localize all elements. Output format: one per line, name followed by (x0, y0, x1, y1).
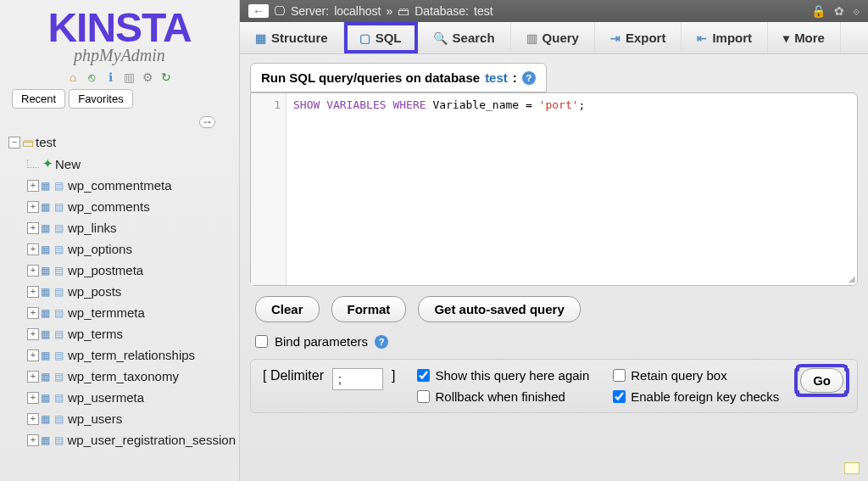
search-icon: 🔍 (433, 31, 448, 45)
tab-export[interactable]: ⇥Export (595, 22, 682, 53)
table-label[interactable]: wp_commentmeta (68, 178, 172, 193)
help-icon[interactable]: ? (375, 335, 388, 349)
recent-button[interactable]: Recent (12, 89, 65, 109)
tab-bar: ▦Structure ▢SQL 🔍Search ▥Query ⇥Export ⇤… (240, 22, 868, 54)
clear-button[interactable]: Clear (255, 296, 320, 322)
console-toggle[interactable] (844, 462, 860, 474)
resize-handle[interactable]: ◢ (849, 274, 855, 283)
collapse-icon[interactable]: ⊶ (199, 116, 215, 128)
exit-icon[interactable]: ⎋ (85, 70, 98, 84)
sidebar: KINSTA phpMyAdmin ⌂ ⎋ ℹ ▥ ⚙ ↻ Recent Fav… (0, 0, 240, 481)
tree-table-node[interactable]: +▦▤wp_users (3, 408, 236, 429)
plus-icon[interactable]: + (27, 243, 39, 255)
info-icon[interactable]: ℹ (103, 70, 117, 84)
tree-table-node[interactable]: +▦▤wp_terms (3, 323, 236, 344)
table-icon: ▤ (54, 201, 66, 213)
server-link[interactable]: localhost (334, 4, 381, 18)
bind-params-label: Bind parameters (275, 334, 368, 349)
table-label[interactable]: wp_comments (68, 199, 150, 214)
plus-icon[interactable]: + (27, 371, 39, 383)
table-label[interactable]: wp_term_taxonomy (68, 369, 179, 383)
panel-db-link[interactable]: test (485, 70, 508, 85)
table-label[interactable]: wp_usermeta (68, 390, 144, 405)
table-label[interactable]: wp_links (68, 221, 117, 235)
home-icon[interactable]: ⌂ (66, 70, 80, 84)
plus-icon[interactable]: + (27, 265, 39, 277)
settings-icon[interactable]: ✿ (834, 4, 844, 18)
docs-icon[interactable]: ▥ (122, 70, 136, 84)
minus-icon[interactable]: − (8, 137, 20, 148)
plus-icon[interactable]: + (27, 307, 39, 319)
table-label[interactable]: wp_users (68, 411, 122, 426)
table-label[interactable]: wp_posts (68, 284, 121, 299)
tab-import[interactable]: ⇤Import (682, 22, 768, 53)
code-area[interactable]: SHOW VARIABLES WHERE Variable_name = 'po… (287, 93, 857, 285)
plus-icon[interactable]: + (27, 286, 39, 298)
new-icon: ✦ (42, 156, 53, 171)
tab-structure[interactable]: ▦Structure (240, 22, 344, 53)
table-label[interactable]: wp_user_registration_session (68, 433, 236, 447)
table-icon: ▦ (41, 434, 53, 446)
plus-icon[interactable]: + (27, 328, 39, 340)
table-label[interactable]: wp_term_relationships (68, 348, 195, 362)
table-label[interactable]: wp_options (68, 242, 132, 256)
tab-query[interactable]: ▥Query (511, 22, 595, 53)
tree-table-node[interactable]: +▦▤wp_postmeta (3, 260, 236, 281)
table-label[interactable]: wp_postmeta (68, 263, 143, 277)
table-label[interactable]: wp_terms (68, 327, 123, 341)
help-icon[interactable]: ? (522, 71, 536, 85)
tree-new-node[interactable]: ✦ New (3, 153, 236, 175)
lock-icon[interactable]: 🔒 (811, 4, 826, 18)
table-icon: ▤ (54, 328, 66, 340)
rollback-checkbox[interactable] (417, 390, 430, 403)
tab-search[interactable]: 🔍Search (418, 22, 511, 53)
show-again-checkbox[interactable] (417, 369, 430, 382)
table-label[interactable]: wp_termmeta (68, 305, 145, 320)
table-icon: ▤ (54, 413, 66, 425)
table-icon: ▤ (54, 307, 66, 319)
tree-table-node[interactable]: +▦▤wp_usermeta (3, 387, 236, 408)
delimiter-input[interactable] (332, 368, 383, 390)
plus-icon[interactable]: + (27, 392, 39, 404)
gear-icon[interactable]: ⚙ (141, 70, 154, 84)
autosaved-button[interactable]: Get auto-saved query (418, 296, 580, 322)
db-link[interactable]: test (474, 4, 493, 18)
tree-table-node[interactable]: +▦▤wp_posts (3, 281, 236, 302)
plus-icon[interactable]: + (27, 434, 39, 446)
table-icon: ▤ (54, 180, 66, 192)
back-button[interactable]: ← (248, 4, 269, 18)
sql-editor[interactable]: 1 SHOW VARIABLES WHERE Variable_name = '… (250, 92, 858, 286)
favorites-button[interactable]: Favorites (69, 89, 132, 109)
chevron-down-icon: ▾ (783, 31, 789, 45)
plus-icon[interactable]: + (27, 222, 39, 234)
tree-db-node[interactable]: − 🗃 test (3, 131, 236, 153)
overview-icon[interactable]: ⟐ (853, 4, 860, 18)
format-button[interactable]: Format (331, 296, 407, 322)
new-label[interactable]: New (55, 157, 81, 171)
tree-table-node[interactable]: +▦▤wp_term_taxonomy (3, 366, 236, 387)
tree-table-node[interactable]: +▦▤wp_user_registration_session (3, 429, 236, 450)
tree-table-node[interactable]: +▦▤wp_options (3, 238, 236, 260)
tree-table-node[interactable]: +▦▤wp_termmeta (3, 302, 236, 323)
reload-icon[interactable]: ↻ (159, 70, 173, 84)
plus-icon[interactable]: + (27, 201, 39, 213)
retain-box-checkbox[interactable] (613, 369, 626, 382)
plus-icon[interactable]: + (27, 350, 39, 361)
line-gutter: 1 (251, 93, 287, 285)
tree-table-node[interactable]: +▦▤wp_links (3, 217, 236, 238)
db-label: Database: (415, 4, 469, 18)
go-button[interactable]: Go (800, 368, 843, 393)
plus-icon[interactable]: + (27, 413, 39, 425)
tree-table-node[interactable]: +▦▤wp_term_relationships (3, 344, 236, 366)
bind-params-checkbox[interactable] (255, 335, 268, 348)
table-icon: ▤ (54, 243, 66, 255)
tab-more[interactable]: ▾More (768, 22, 841, 53)
db-label[interactable]: test (36, 135, 56, 149)
tree-table-node[interactable]: +▦▤wp_comments (3, 196, 236, 217)
tab-sql[interactable]: ▢SQL (344, 22, 418, 53)
tree-table-node[interactable]: +▦▤wp_commentmeta (3, 175, 236, 196)
fk-checks-checkbox[interactable] (613, 390, 626, 403)
plus-icon[interactable]: + (27, 180, 39, 192)
table-icon: ▦ (41, 392, 53, 404)
table-icon: ▦ (41, 180, 53, 192)
